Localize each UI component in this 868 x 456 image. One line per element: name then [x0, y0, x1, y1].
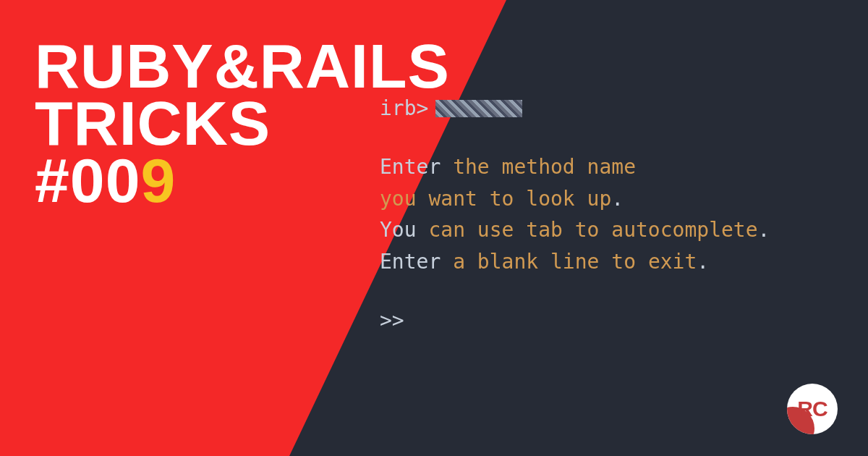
terminal-line: You can use tab to autocomplete.	[380, 214, 857, 245]
irb-prompt-row: irb>	[380, 93, 857, 124]
terminal-line: Enter the method name	[380, 151, 857, 182]
terminal-line: Enter a blank line to exit.	[380, 246, 857, 277]
terminal-line: you want to look up.	[380, 183, 857, 214]
title-num-white: 00	[70, 145, 141, 215]
rc-logo: RC	[787, 384, 838, 434]
title-num-yellow: 9	[141, 145, 176, 215]
title-line-1: RUBY&RAILS	[35, 38, 450, 95]
thumbnail-canvas: RUBY&RAILS TRICKS #009 irb> Enter the me…	[0, 0, 868, 456]
terminal-output: irb> Enter the method name you want to l…	[380, 93, 857, 336]
irb-prompt: irb>	[380, 93, 428, 124]
secondary-prompt: >>	[380, 305, 857, 336]
title-hash: #	[35, 145, 70, 215]
rc-logo-text: RC	[797, 397, 827, 421]
obscured-command-icon	[435, 100, 522, 117]
